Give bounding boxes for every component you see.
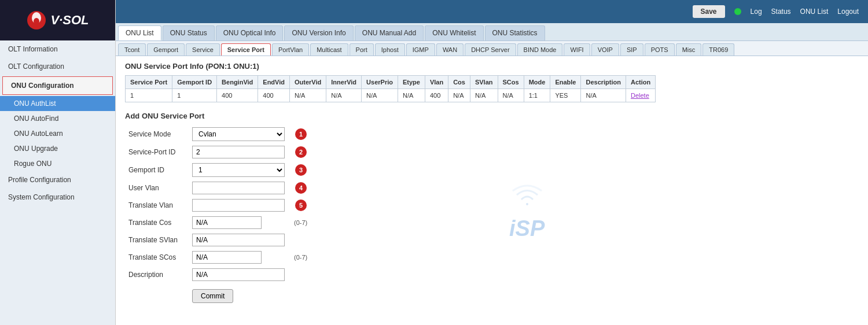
sidebar-sub-onu-upgrade[interactable]: ONU Upgrade: [0, 141, 115, 156]
wifi-icon: [510, 183, 545, 216]
sidebar-sub-onu-authlist[interactable]: ONU AuthList: [0, 96, 115, 111]
form-row-service-port-id: Service-Port ID 2: [125, 143, 311, 161]
tab-onu-list[interactable]: ONU List: [118, 25, 161, 40]
th-service-port: Service Port: [126, 76, 172, 89]
th-innervid: InnerVid: [326, 76, 362, 89]
isp-logo-area: iSP: [509, 183, 545, 241]
th-cos: Cos: [448, 76, 470, 89]
translate-svlan-input[interactable]: [192, 234, 285, 246]
log-button[interactable]: Log: [751, 8, 762, 16]
sidebar-item-olt-info[interactable]: OLT Information: [0, 40, 115, 58]
user-vlan-label: User Vlan: [125, 179, 189, 197]
gemport-id-select[interactable]: 1: [192, 163, 285, 177]
description-input[interactable]: [192, 268, 285, 281]
subtab-misc[interactable]: Misc: [676, 43, 702, 56]
subtab-port[interactable]: Port: [350, 43, 374, 56]
th-userprio: UserPrio: [362, 76, 398, 89]
td-endvid: 400: [258, 89, 290, 102]
logo-text: V·SOL: [50, 13, 89, 28]
subtab-iphost[interactable]: Iphost: [375, 43, 405, 56]
table-row: 1 1 400 400 N/A N/A N/A N/A 400 N/A N/A …: [126, 89, 656, 102]
commit-cell: Commit: [189, 283, 288, 305]
th-gemport-id: Gemport ID: [172, 76, 217, 89]
sidebar: V·SOL OLT Information OLT Configuration …: [0, 0, 116, 325]
subtab-service-port[interactable]: Service Port: [221, 43, 271, 56]
translate-scos-hint: (0-7): [294, 254, 307, 261]
logout-button[interactable]: Logout: [837, 8, 859, 16]
translate-scos-label: Translate SCos: [125, 249, 189, 266]
translate-vlan-cell: [189, 197, 288, 214]
subtab-service[interactable]: Service: [186, 43, 220, 56]
delete-link[interactable]: Delete: [631, 92, 649, 99]
service-port-id-label: Service-Port ID: [125, 143, 189, 161]
sidebar-sub-onu-autofind[interactable]: ONU AutoFind: [0, 111, 115, 126]
td-innervid: N/A: [326, 89, 362, 102]
tab-onu-whitelist[interactable]: ONU Whitelist: [425, 25, 483, 40]
badge-5: 5: [295, 200, 307, 211]
tab-onu-status[interactable]: ONU Status: [163, 25, 215, 40]
subtab-wan[interactable]: WAN: [436, 43, 464, 56]
form-row-translate-scos: Translate SCos (0-7): [125, 249, 311, 266]
sidebar-item-system-config[interactable]: System Configuration: [0, 189, 115, 206]
subtab-pots[interactable]: POTS: [645, 43, 675, 56]
th-endvid: EndVid: [258, 76, 290, 89]
user-vlan-cell: [189, 179, 288, 197]
subtab-voip[interactable]: VOIP: [591, 43, 619, 56]
translate-scos-input[interactable]: [192, 251, 262, 264]
status-button[interactable]: Status: [771, 8, 791, 16]
th-mode: Mode: [524, 76, 550, 89]
translate-vlan-input[interactable]: [192, 199, 285, 212]
subtab-wifi[interactable]: WIFI: [564, 43, 590, 56]
td-vlan: 400: [425, 89, 448, 102]
subtab-bind-mode[interactable]: BIND Mode: [517, 43, 563, 56]
form-row-service-mode: Service Mode Cvlan 1: [125, 125, 311, 143]
logo-area: V·SOL: [0, 0, 115, 40]
td-outervid: N/A: [290, 89, 326, 102]
subtab-sip[interactable]: SIP: [620, 43, 643, 56]
description-cell: [189, 266, 288, 283]
subtab-dhcp-server[interactable]: DHCP Server: [465, 43, 516, 56]
service-port-id-input[interactable]: [192, 146, 285, 158]
commit-button[interactable]: Commit: [192, 289, 233, 303]
sidebar-item-olt-info-label: OLT Information: [8, 45, 58, 53]
td-svlan: N/A: [470, 89, 498, 102]
save-button[interactable]: Save: [693, 5, 725, 18]
onu-list-top-button[interactable]: ONU List: [800, 8, 829, 16]
td-benginvid: 400: [217, 89, 258, 102]
subtab-tr069[interactable]: TR069: [703, 43, 734, 56]
subtab-igmp[interactable]: IGMP: [406, 43, 435, 56]
sidebar-section-onu-config: ONU Configuration: [2, 76, 113, 95]
sidebar-sub-onu-autolearn[interactable]: ONU AutoLearn: [0, 126, 115, 141]
td-userprio: N/A: [362, 89, 398, 102]
gemport-id-cell: 1: [189, 161, 288, 179]
sidebar-items: OLT Information OLT Configuration ONU Co…: [0, 40, 115, 206]
isp-text: iSP: [509, 216, 545, 241]
sidebar-sub-rogue-onu[interactable]: Rogue ONU: [0, 156, 115, 171]
tab-onu-manual-add[interactable]: ONU Manual Add: [355, 25, 424, 40]
service-mode-select[interactable]: Cvlan: [192, 127, 285, 141]
subtab-tcont[interactable]: Tcont: [118, 43, 146, 56]
th-enable: Enable: [550, 76, 581, 89]
service-port-id-cell: [189, 143, 288, 161]
subtab-gemport[interactable]: Gemport: [147, 43, 185, 56]
th-svlan: SVlan: [470, 76, 498, 89]
td-mode: 1:1: [524, 89, 550, 102]
form-row-commit: Commit: [125, 283, 311, 305]
tab-onu-statistics[interactable]: ONU Statistics: [485, 25, 545, 40]
sidebar-item-profile-config[interactable]: Profile Configuration: [0, 171, 115, 189]
sidebar-item-olt-config-label: OLT Configuration: [8, 62, 64, 71]
th-benginvid: BenginVid: [217, 76, 258, 89]
subtab-multicast[interactable]: Multicast: [310, 43, 348, 56]
service-port-table: Service Port Gemport ID BenginVid EndVid…: [125, 75, 656, 102]
td-action[interactable]: Delete: [626, 89, 655, 102]
user-vlan-input[interactable]: [192, 182, 285, 194]
service-mode-cell: Cvlan: [189, 125, 288, 143]
tab-onu-optical-info[interactable]: ONU Optical Info: [216, 25, 284, 40]
subtab-portvlan[interactable]: PortVlan: [272, 43, 309, 56]
translate-cos-input[interactable]: [192, 216, 262, 229]
sidebar-item-olt-config[interactable]: OLT Configuration: [0, 58, 115, 75]
add-section-title: Add ONU Service Port: [125, 112, 859, 120]
gemport-id-label: Gemport ID: [125, 161, 189, 179]
th-description: Description: [581, 76, 626, 89]
tab-onu-version-info[interactable]: ONU Version Info: [284, 25, 353, 40]
